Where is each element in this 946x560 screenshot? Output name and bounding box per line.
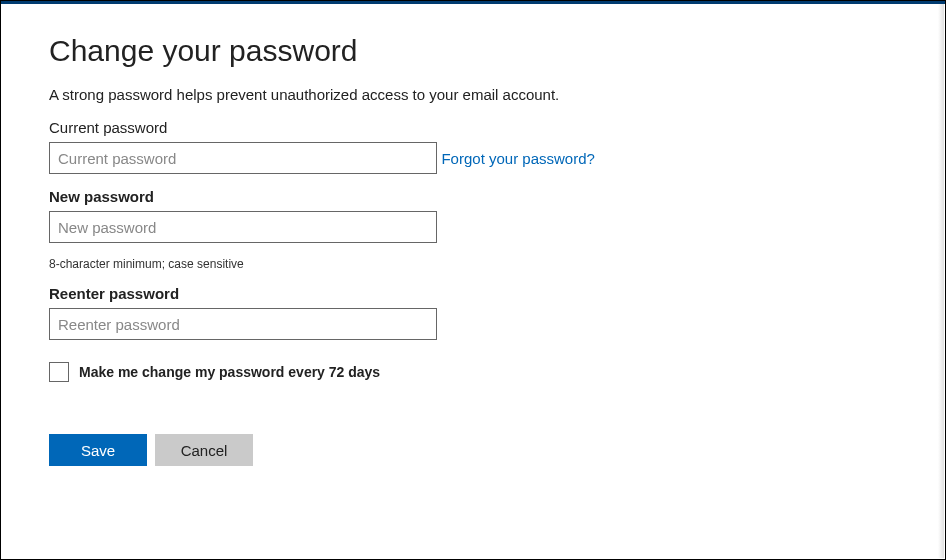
page-title: Change your password [49, 34, 897, 68]
reenter-password-group: Reenter password [49, 285, 897, 340]
save-button[interactable]: Save [49, 434, 147, 466]
main-content: Change your password A strong password h… [1, 4, 945, 466]
new-password-group: New password [49, 188, 897, 243]
expiry-checkbox-label: Make me change my password every 72 days [79, 364, 380, 380]
password-hint: 8-character minimum; case sensitive [49, 257, 897, 271]
forgot-password-link[interactable]: Forgot your password? [441, 150, 594, 167]
expiry-checkbox[interactable] [49, 362, 69, 382]
current-password-label: Current password [49, 119, 897, 136]
button-row: Save Cancel [49, 434, 897, 466]
reenter-password-input[interactable] [49, 308, 437, 340]
reenter-password-label: Reenter password [49, 285, 897, 302]
new-password-label: New password [49, 188, 897, 205]
current-password-input[interactable] [49, 142, 437, 174]
page-description: A strong password helps prevent unauthor… [49, 86, 897, 103]
current-password-group: Current password Forgot your password? [49, 119, 897, 174]
cancel-button[interactable]: Cancel [155, 434, 253, 466]
right-shadow [938, 4, 944, 558]
new-password-input[interactable] [49, 211, 437, 243]
expiry-checkbox-row: Make me change my password every 72 days [49, 362, 897, 382]
